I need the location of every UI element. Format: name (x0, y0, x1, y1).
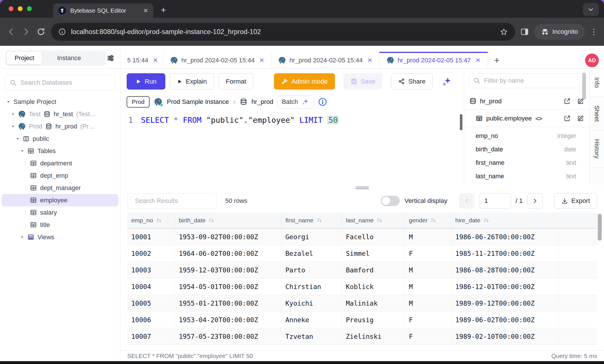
table-row[interactable]: 10006 1953-04-20T00:00:00Z Anneke Preusi… (127, 312, 597, 328)
close-tab-icon[interactable]: ✕ (143, 7, 148, 14)
column-row[interactable]: birth_date date (464, 143, 589, 156)
site-info-icon[interactable] (58, 28, 66, 35)
reload-button[interactable] (36, 27, 46, 37)
next-page-button[interactable] (527, 193, 543, 209)
editor-tab-1[interactable]: 5 15:44 ✕ (120, 52, 163, 68)
forward-button[interactable] (21, 27, 31, 37)
results-scrollbar[interactable] (598, 214, 602, 241)
caret-down-icon[interactable] (20, 149, 24, 153)
tree-item-table-dept-emp[interactable]: dept_emp (2, 169, 118, 182)
column-row[interactable]: first_name text (464, 156, 589, 170)
database-search[interactable] (5, 75, 115, 90)
user-avatar[interactable]: AD (585, 54, 599, 67)
table-row[interactable]: 10002 1964-06-02T00:00:00Z Bezalel Simme… (127, 245, 597, 262)
column-header[interactable]: emp_no (127, 213, 175, 228)
sort-icon[interactable] (208, 217, 214, 223)
filter-box[interactable] (469, 73, 585, 88)
caret-down-icon[interactable] (6, 100, 10, 104)
filter-by-name-input[interactable] (484, 77, 581, 84)
prev-page-button[interactable] (459, 193, 474, 209)
tree-item-table-dept-manager[interactable]: dept_manager (2, 182, 118, 194)
panel-splitter[interactable] (120, 185, 604, 189)
sort-icon[interactable] (483, 217, 489, 223)
column-header[interactable]: last_name (342, 213, 405, 228)
splitter-handle-icon[interactable] (356, 186, 369, 190)
column-header[interactable]: gender (405, 213, 451, 228)
info-icon[interactable] (318, 97, 327, 106)
tree-item-project[interactable]: Sample Project (2, 96, 118, 108)
share-button[interactable]: Share (391, 73, 433, 90)
close-tab-icon[interactable]: ✕ (367, 57, 372, 64)
browser-menu-button[interactable]: ⋮ (590, 28, 598, 36)
format-button[interactable]: Format (219, 73, 253, 90)
table-row[interactable]: 10003 1959-12-03T00:00:00Z Parto Bamford… (127, 262, 597, 278)
close-tab-icon[interactable]: ✕ (259, 57, 264, 64)
panel-scrollbar[interactable] (582, 73, 586, 100)
bookmark-star-icon[interactable] (500, 28, 508, 36)
panel-database-row[interactable]: hr_prod (464, 93, 589, 110)
tab-instance[interactable]: Instance (49, 52, 89, 64)
side-tab-sheet[interactable]: Sheet (590, 97, 604, 131)
results-search-box[interactable] (127, 193, 217, 209)
tree-item-table-employee[interactable]: employee (2, 194, 118, 206)
column-header[interactable]: birth_date (175, 213, 281, 228)
close-tab-icon[interactable]: ✕ (475, 57, 481, 64)
table-row[interactable]: 10001 1953-09-02T00:00:00Z Georgi Facell… (127, 229, 597, 245)
tree-item-schema-public[interactable]: public (2, 132, 118, 145)
batch-button[interactable]: Batch (278, 95, 314, 108)
column-header[interactable]: hire_date (451, 213, 559, 228)
sort-icon[interactable] (316, 217, 322, 223)
edit-icon[interactable] (577, 115, 584, 122)
export-button[interactable]: Export (554, 193, 597, 209)
zoom-window-button[interactable] (27, 6, 32, 11)
run-button[interactable]: Run (127, 73, 165, 90)
caret-down-icon[interactable] (15, 137, 19, 141)
close-window-button[interactable] (9, 6, 13, 11)
tree-item-tables-group[interactable]: Tables (2, 145, 118, 157)
tree-item-views-group[interactable]: Views (2, 231, 118, 243)
table-row[interactable]: 10007 1957-05-23T00:00:00Z Tzvetan Zieli… (127, 328, 597, 345)
column-row[interactable]: emp_no integer (464, 129, 589, 143)
close-tab-icon[interactable]: ✕ (153, 57, 158, 64)
tree-item-hr-test[interactable]: Test hr_test (Test… (2, 108, 118, 120)
tab-search-button[interactable] (583, 3, 599, 16)
tree-item-table-department[interactable]: department (2, 157, 118, 169)
sql-editor[interactable]: 1 SELECT * FROM "public"."employee" LIMI… (120, 112, 464, 185)
caret-right-icon[interactable] (20, 235, 24, 239)
vertical-display-toggle[interactable] (381, 196, 400, 206)
caret-down-icon[interactable] (11, 124, 15, 128)
search-results-input[interactable] (135, 197, 217, 205)
sort-icon[interactable] (376, 217, 383, 223)
side-tab-info[interactable]: Info (590, 69, 604, 97)
tree-item-hr-prod[interactable]: Prod hr_prod (Pr… (2, 120, 118, 132)
search-databases-input[interactable] (20, 79, 111, 86)
column-row[interactable]: last_name text (464, 170, 589, 183)
page-number-input[interactable] (479, 193, 511, 209)
admin-mode-button[interactable]: Admin mode (274, 73, 335, 90)
new-query-tab-button[interactable]: + (488, 52, 506, 68)
side-panel-icon[interactable] (520, 27, 529, 36)
external-link-icon[interactable] (564, 98, 571, 105)
tree-item-table-title[interactable]: title (2, 219, 118, 231)
save-button[interactable]: Save (344, 73, 383, 90)
editor-tab-2[interactable]: hr_prod 2024-02-05 15:44 ✕ (163, 52, 271, 68)
panel-table-row[interactable]: public.employee <> (464, 110, 589, 127)
caret-right-icon[interactable] (11, 112, 15, 116)
browser-tab[interactable]: Bytebase SQL Editor ✕ (53, 3, 153, 18)
back-button[interactable] (6, 27, 16, 37)
tab-project[interactable]: Project (7, 52, 42, 64)
explain-button[interactable]: Explain (170, 73, 214, 90)
sort-icon[interactable] (156, 217, 162, 223)
external-link-icon[interactable] (564, 115, 571, 122)
instance-name[interactable]: Prod Sample Instance (167, 98, 229, 106)
database-name[interactable]: hr_prod (252, 98, 273, 106)
new-tab-button[interactable]: + (161, 5, 166, 15)
editor-tab-3[interactable]: hr_prod 2024-02-05 15:44 ✕ (271, 52, 379, 68)
url-bar[interactable]: localhost:8080/sql-editor/prod-sample-in… (51, 23, 515, 41)
editor-scrollbar[interactable] (460, 114, 462, 130)
column-header[interactable]: first_name (281, 213, 342, 228)
editor-tab-4-active[interactable]: hr_prod 2024-02-05 15:47 ✕ (380, 52, 488, 68)
table-row[interactable]: 10004 1954-05-01T00:00:00Z Chirstian Kob… (127, 278, 597, 295)
side-tab-history[interactable]: History (590, 130, 604, 167)
sort-icon[interactable] (430, 217, 436, 223)
